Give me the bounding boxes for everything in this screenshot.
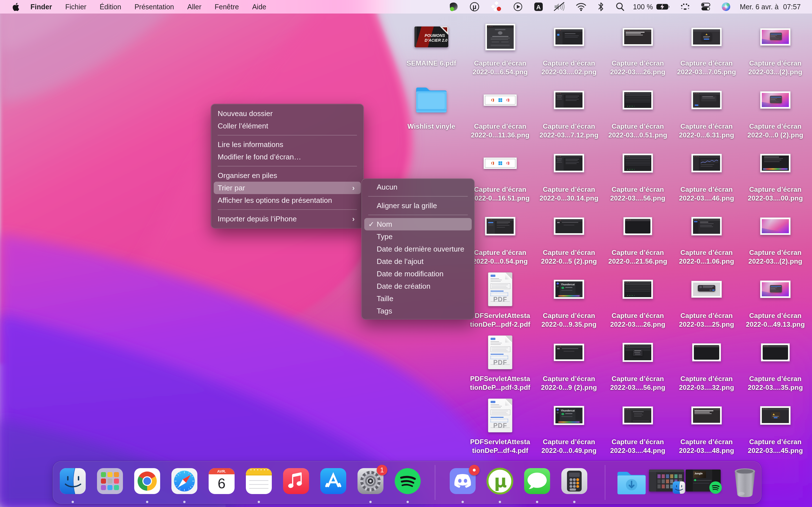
dock-item-calculator[interactable] [560, 467, 589, 495]
bluetooth-icon[interactable] [598, 0, 604, 13]
play-circle-icon[interactable] [513, 0, 523, 13]
dock-item-calendar[interactable]: AVR. 6 [207, 467, 236, 495]
desktop-file-capture-d-cran-2022-03-56-png[interactable]: Capture d’écran 2022-03....56.png [603, 332, 672, 392]
menubar-item-aide[interactable]: Aide [252, 3, 266, 11]
desktop-file-capture-d-cran-2022-0-11-36-png[interactable]: Capture d’écran 2022-0...11.36.png [466, 80, 535, 139]
desktop-file-pdfservletattesta-tiondep-pdf-2-pdf[interactable]: PDFPDFServletAttesta tionDeP...pdf-2.pdf [466, 269, 535, 329]
desktop-file-capture-d-cran-2022-0-0-49-png[interactable]: Thundercat Capture d’écran 2022-0...0.49… [535, 395, 603, 455]
dock-item-downloads-folder[interactable] [616, 469, 644, 498]
menu-item-nom[interactable]: ✓Nom [364, 218, 472, 230]
dock-item-utorrent[interactable]: µ [486, 467, 514, 495]
desktop-file-capture-d-cran-2022-03-0-51-png[interactable]: Capture d’écran 2022-03...0.51.png [603, 80, 672, 139]
dock-item-safari[interactable] [170, 467, 199, 495]
desktop-file-capture-d-cran-2022-03-26-png[interactable]: Capture d’écran 2022-03....26.png [603, 269, 672, 329]
menu-item-trier-par[interactable]: Trier par› [214, 182, 361, 194]
desktop-file-capture-d-cran-2022-03-46-png[interactable]: Capture d’écran 2022-03....46.png [672, 143, 741, 203]
menu-item-coller-l-element[interactable]: Coller l’élément [214, 120, 361, 132]
menubar-item-finder[interactable]: Finder [31, 3, 52, 11]
dock-minimized-finder-window[interactable] [649, 469, 684, 492]
desktop-file-capture-d-cran-2022-03-00-png[interactable]: Capture d’écran 2022-03....00.png [741, 143, 810, 203]
menu-item-modifier-le-fond-d-ecran-[interactable]: Modifier le fond d’écran… [214, 151, 361, 163]
menu-item-date-de-derniere-ouverture[interactable]: Date de dernière ouverture [364, 243, 472, 255]
desktop-file-capture-d-cran-2022-03-45-png[interactable]: Capture d’écran 2022-03....45.png [741, 395, 810, 455]
desktop-file-capture-d-cran-2022-0-0-54-png[interactable]: Capture d’écran 2022-0...0.54.png [466, 206, 535, 266]
battery-icon[interactable] [656, 0, 670, 13]
desktop-file-pdfservletattesta-tiondep-pdf-3-pdf[interactable]: PDFPDFServletAttesta tionDeP...pdf-3.pdf [466, 332, 535, 392]
desktop-file-capture-d-cran-2022-0-21-56-png[interactable]: Capture d’écran 2022-0...21.56.png [603, 206, 672, 266]
menu-item-type[interactable]: Type [364, 230, 472, 243]
menubar-item-fenetre[interactable]: Fenêtre [214, 3, 239, 11]
menubar-item-presentation[interactable]: Présentation [135, 3, 174, 11]
dock-item-discord[interactable] [449, 467, 477, 495]
desktop-file-capture-d-cran-2022-03-48-png[interactable]: Capture d’écran 2022-03....48.png [672, 395, 741, 455]
dock-trash[interactable] [730, 466, 760, 498]
desktop-file-capture-d-cran-2022-03-44-png[interactable]: Capture d’écran 2022-03....44.png [603, 395, 672, 455]
desktop-file-capture-d-cran-2022-0-1-06-png[interactable]: Capture d’écran 2022-0...1.06.png [672, 206, 741, 266]
dock-item-chrome[interactable] [133, 467, 161, 495]
desktop-file-semaine-6-pdf[interactable]: POUMONS D’ACIER 2.0SEMAINE 6.pdf [397, 17, 466, 68]
pie-meter-icon[interactable] [449, 0, 458, 13]
menu-bar-clock[interactable]: Mer. 6 avr. à 07:57 [740, 3, 801, 11]
dock-item-finder[interactable] [59, 467, 87, 495]
desktop-file-capture-d-cran-2022-0-9-35-png[interactable]: Thundercat Capture d’écran 2022-0...9.35… [535, 269, 603, 329]
desktop-file-capture-d-cran-2022-0-49-13-png[interactable]: Capture d’écran 2022-0...49.13.png [741, 269, 810, 329]
menu-item-date-de-modification[interactable]: Date de modification [364, 268, 472, 280]
menu-item-aucun[interactable]: Aucun [364, 181, 472, 193]
apple-logo-icon[interactable] [12, 2, 19, 11]
desktop-file-wishlist-vinyle[interactable]: Wishlist vinyle [397, 80, 466, 131]
control-center-icon[interactable] [700, 0, 711, 13]
wifi-icon[interactable] [575, 0, 587, 13]
desktop-file-capture-d-cran-2022-0-16-51-png[interactable]: Capture d’écran 2022-0...16.51.png [466, 143, 535, 203]
file-label: SEMAINE 6.pdf [407, 59, 456, 68]
dock-item-launchpad[interactable] [96, 467, 124, 495]
desktop-file-capture-d-cran-2022-03-2-png[interactable]: Capture d’écran 2022-03...(2).png [741, 17, 810, 76]
desktop-file-capture-d-cran-2022-03-25-png[interactable]: Capture d’écran 2022-03....25.png [672, 269, 741, 329]
menu-item-importer-depuis-l-iphone[interactable]: Importer depuis l’iPhone› [214, 213, 361, 225]
menu-item-taille[interactable]: Taille [364, 292, 472, 305]
desktop-file-capture-d-cran-2022-03-7-12-png[interactable]: Capture d’écran 2022-03...7.12.png [535, 80, 603, 139]
desktop-file-capture-d-cran-2022-03-35-png[interactable]: Capture d’écran 2022-03....35.png [741, 332, 810, 392]
desktop-file-capture-d-cran-2022-03-32-png[interactable]: Capture d’écran 2022-03....32.png [672, 332, 741, 392]
spotlight-icon[interactable] [615, 0, 625, 13]
desktop-file-capture-d-cran-2022-03-26-png[interactable]: Capture d’écran 2022-03....26.png [603, 17, 672, 76]
desktop-file-capture-d-cran-2022-03-02-png[interactable]: Capture d’écran 2022-03....02.png [535, 17, 603, 76]
desktop-file-capture-d-cran-2022-03-2-png[interactable]: Capture d’écran 2022-03...(2).png [741, 206, 810, 266]
file-thumbnail [484, 80, 517, 120]
desktop-file-capture-d-cran-2022-03-56-png[interactable]: Capture d’écran 2022-03....56.png [603, 143, 672, 203]
menubar-item-edition[interactable]: Édition [100, 3, 121, 11]
keyboard-layout-icon[interactable]: A [534, 0, 544, 13]
menu-item-nouveau-dossier[interactable]: Nouveau dossier [214, 107, 361, 120]
desktop-file-capture-d-cran-2022-03-7-05-png[interactable]: Capture d’écran 2022-03...7.05.png [672, 17, 741, 76]
dock-item-notes[interactable] [245, 467, 273, 495]
desktop-file-pdfservletattesta-tiondep-df-4-pdf[interactable]: PDFPDFServletAttesta tionDeP...df-4.pdf [466, 395, 535, 455]
menu-item-date-de-l-ajout[interactable]: Date de l’ajout [364, 255, 472, 268]
menubar-item-aller[interactable]: Aller [187, 3, 201, 11]
menu-item-afficher-les-options-de-presentation[interactable]: Afficher les options de présentation [214, 194, 361, 207]
siri-icon[interactable] [721, 0, 731, 13]
utorrent-icon[interactable]: µ [469, 0, 479, 13]
dock-item-messages[interactable] [523, 467, 551, 495]
file-thumbnail [622, 143, 653, 183]
mute-icon[interactable] [553, 0, 565, 13]
diamonds-icon[interactable] [491, 0, 502, 13]
dots-arc-icon[interactable] [679, 0, 691, 13]
menu-item-lire-les-informations[interactable]: Lire les informations [214, 138, 361, 151]
menu-item-organiser-en-piles[interactable]: Organiser en piles [214, 169, 361, 182]
submenu-arrow-icon: › [352, 184, 355, 192]
menu-item-aligner-sur-la-grille[interactable]: Aligner sur la grille [364, 200, 472, 212]
dock-item-spotify[interactable] [394, 467, 422, 495]
dock-item-music[interactable] [282, 467, 310, 495]
desktop-file-capture-d-cran-2022-0-6-31-png[interactable]: Capture d’écran 2022-0...6.31.png [672, 80, 741, 139]
desktop-file-capture-d-cran-2022-0-6-54-png[interactable]: Capture d’écran 2022-0...6.54.png [466, 17, 535, 76]
desktop-file-capture-d-cran-2022-0-9-2-png[interactable]: Capture d’écran 2022-0...9 (2).png [535, 332, 603, 392]
dock-minimized-spotify-window[interactable]: Jungle [686, 469, 721, 492]
desktop-file-capture-d-cran-2022-0-30-14-png[interactable]: Capture d’écran 2022-0...30.14.png [535, 143, 603, 203]
menubar-item-fichier[interactable]: Fichier [65, 3, 86, 11]
desktop-file-capture-d-cran-2022-0-0-2-png[interactable]: Capture d’écran 2022-0...0 (2).png [741, 80, 810, 139]
menu-item-label: Date de modification [377, 270, 444, 278]
menu-item-date-de-creation[interactable]: Date de création [364, 280, 472, 292]
desktop-file-capture-d-cran-2022-0-5-2-png[interactable]: Capture d’écran 2022-0...5 (2).png [535, 206, 603, 266]
dock-item-appstore[interactable] [319, 467, 347, 495]
menu-item-tags[interactable]: Tags [364, 305, 472, 317]
dock-item-settings[interactable]: 1 [356, 467, 385, 495]
